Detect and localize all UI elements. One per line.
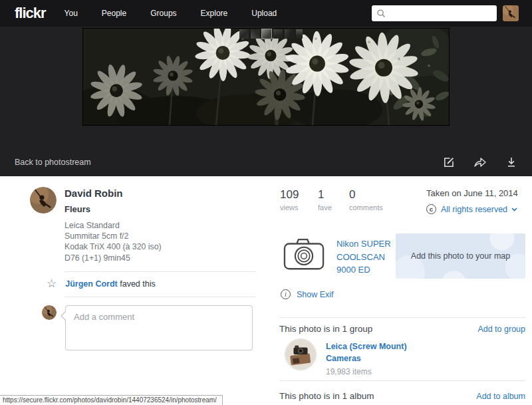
chevron-down-icon — [511, 207, 517, 211]
share-icon[interactable] — [473, 156, 487, 168]
bubble-tail — [61, 311, 65, 321]
user-avatar[interactable] — [503, 5, 519, 21]
faves-stat: 1 fave — [318, 188, 349, 214]
date-taken-block: Taken on June 11, 2014 c All rights rese… — [426, 188, 518, 214]
album-section-title: This photo is in 1 album — [279, 391, 374, 401]
flickr-logo[interactable]: flickr — [15, 5, 46, 22]
top-nav: flickr You People Groups Explore Upload — [0, 0, 532, 27]
add-to-map-button[interactable]: Add this photo to your map — [396, 233, 525, 279]
camera-icon — [283, 236, 325, 277]
comment-input[interactable] — [65, 305, 253, 350]
star-icon: ☆ — [47, 278, 57, 289]
description-line: D76 (1+1) 9min45 — [65, 253, 162, 263]
camera-block[interactable]: Nikon SUPER COOLSCAN 9000 ED — [283, 236, 402, 277]
group-info: Leica (Screw Mount) Cameras 19,983 items — [326, 338, 419, 376]
nav-item-groups[interactable]: Groups — [150, 9, 176, 18]
faves-count: 1 — [318, 188, 349, 202]
divider — [65, 271, 256, 272]
faver-link[interactable]: Jürgen Cordt — [65, 279, 117, 289]
main-photo[interactable] — [82, 28, 450, 126]
nav-item-explore[interactable]: Explore — [201, 9, 228, 18]
date-taken: Taken on June 11, 2014 — [426, 188, 518, 198]
group-avatar[interactable] — [285, 338, 317, 370]
edit-icon[interactable] — [443, 156, 455, 168]
comments-label: comments — [349, 203, 408, 211]
description-line: Leica Standard — [65, 220, 162, 231]
search-input[interactable] — [390, 9, 493, 18]
thumbnail-4[interactable] — [273, 29, 283, 39]
views-count: 109 — [280, 188, 318, 202]
show-exif-link[interactable]: i Show Exif — [281, 289, 334, 299]
photo-stage: Back to photostream — [0, 27, 532, 176]
owner-name[interactable]: David Robin — [65, 188, 162, 199]
group-name-link[interactable]: Leica (Screw Mount) Cameras — [326, 340, 419, 364]
flickr-photo-page: flickr You People Groups Explore Upload — [0, 0, 532, 405]
add-to-map-label: Add this photo to your map — [411, 251, 510, 261]
stats-row: 109 views 1 fave 0 comments Taken on Jun… — [280, 188, 525, 214]
group-section-title: This photo is in 1 group — [279, 324, 372, 334]
scanner-name-link[interactable]: Nikon SUPER COOLSCAN 9000 ED — [336, 236, 402, 277]
commenter-avatar — [42, 305, 57, 320]
faved-text: Jürgen Cordt faved this — [65, 279, 155, 289]
nav-item-people[interactable]: People — [102, 9, 126, 18]
photostream-thumbnails — [239, 29, 303, 39]
content-area: David Robin Fleurs Leica Standard Summit… — [0, 176, 532, 405]
thumbnail-1[interactable] — [239, 29, 249, 39]
thumbnail-3-selected[interactable] — [262, 29, 271, 39]
thumbnail-5[interactable] — [285, 29, 294, 39]
license-label: All rights reserved — [441, 205, 507, 214]
description-line: Kodak TriX 400 (à 320 iso) — [65, 241, 162, 252]
browser-status-bar: https://secure.flickr.com/photos/davidro… — [0, 395, 223, 405]
photo-description: Leica Standard Summitar 5cm f/2 Kodak Tr… — [65, 220, 162, 263]
comments-count: 0 — [349, 188, 408, 202]
photo-actions — [443, 156, 517, 168]
nav-item-you[interactable]: You — [65, 9, 78, 18]
album-section-header: This photo is in 1 album Add to album — [279, 391, 525, 401]
thumbnail-2[interactable] — [251, 29, 260, 39]
right-column: 109 views 1 fave 0 comments Taken on Jun… — [279, 187, 525, 405]
nav-item-upload[interactable]: Upload — [251, 9, 277, 18]
add-to-group-link[interactable]: Add to group — [477, 325, 525, 334]
divider — [65, 297, 256, 297]
fave-activity-row: ☆ Jürgen Cordt faved this — [47, 278, 256, 290]
photo-svg — [83, 29, 449, 125]
back-to-photostream-link[interactable]: Back to photostream — [15, 158, 91, 167]
search-icon — [376, 9, 386, 18]
divider — [279, 317, 525, 318]
group-section-header: This photo is in 1 group Add to group — [279, 324, 525, 334]
show-exif-label: Show Exif — [297, 290, 334, 299]
thumbnail-6[interactable] — [296, 29, 303, 39]
group-item: Leica (Screw Mount) Cameras 19,983 items — [285, 338, 419, 376]
info-icon: i — [281, 289, 291, 299]
owner-block: David Robin Fleurs Leica Standard Summit… — [30, 187, 256, 263]
faves-label: fave — [318, 203, 349, 211]
license-selector[interactable]: c All rights reserved — [426, 204, 518, 214]
views-stat: 109 views — [280, 188, 318, 214]
divider — [279, 380, 525, 381]
group-item-count: 19,983 items — [326, 367, 419, 376]
owner-avatar[interactable] — [30, 187, 57, 213]
photo-toolbar: Back to photostream — [0, 154, 532, 171]
add-to-album-link[interactable]: Add to album — [476, 392, 525, 401]
download-icon[interactable] — [505, 156, 517, 168]
search-box[interactable] — [372, 5, 497, 21]
comments-stat: 0 comments — [349, 188, 408, 214]
photo-title: Fleurs — [65, 204, 162, 214]
main-nav: You People Groups Explore Upload — [65, 9, 277, 18]
left-column: David Robin Fleurs Leica Standard Summit… — [30, 187, 256, 350]
owner-info: David Robin Fleurs Leica Standard Summit… — [65, 187, 162, 263]
views-label: views — [280, 203, 318, 211]
comment-row — [42, 305, 256, 350]
comment-bubble — [65, 305, 253, 350]
description-line: Summitar 5cm f/2 — [65, 231, 162, 241]
copyright-icon: c — [426, 204, 436, 214]
